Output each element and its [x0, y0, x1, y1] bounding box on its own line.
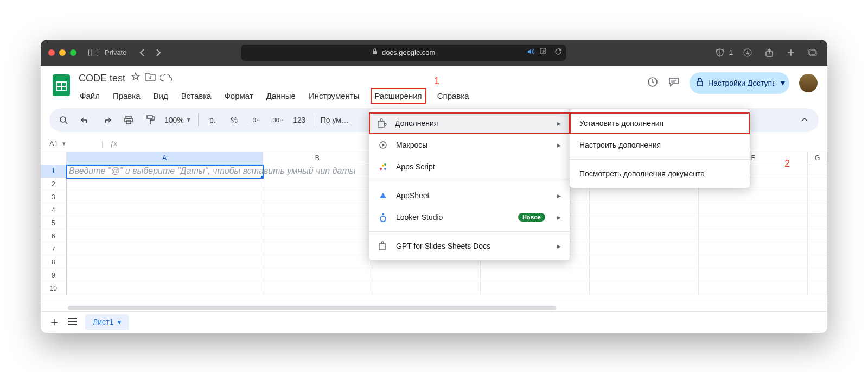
zoom-level[interactable]: 100% ▼	[164, 112, 192, 128]
ext-gpt[interactable]: GPT for Slides Sheets Docs ▸	[369, 235, 570, 257]
sidebar-toggle-icon[interactable]	[86, 46, 100, 60]
name-box[interactable]: A1 ▼	[49, 140, 101, 148]
cell-A8[interactable]	[67, 256, 263, 269]
cell-G1[interactable]	[808, 165, 827, 178]
cell-B4[interactable]	[263, 204, 372, 217]
menu-view[interactable]: Вид	[152, 89, 169, 103]
cell-B10[interactable]	[263, 282, 372, 295]
cell-G10[interactable]	[808, 282, 827, 295]
col-header-B[interactable]: B	[263, 152, 372, 165]
cell-B7[interactable]	[263, 243, 372, 256]
cell-G3[interactable]	[808, 191, 827, 204]
search-menu-icon[interactable]	[56, 112, 71, 128]
share-browser-icon[interactable]	[762, 46, 776, 60]
cell-A7[interactable]	[67, 243, 263, 256]
ext-macros[interactable]: Макросы ▸	[369, 134, 570, 156]
cell-B2[interactable]	[263, 178, 372, 191]
row-header-2[interactable]: 2	[41, 178, 67, 191]
cell-C9[interactable]	[372, 269, 481, 282]
ext-appsheet[interactable]: AppSheet ▸	[369, 185, 570, 206]
cell-G5[interactable]	[808, 217, 827, 230]
menu-insert[interactable]: Вставка	[180, 89, 213, 103]
cell-E5[interactable]	[590, 217, 699, 230]
cell-C10[interactable]	[372, 282, 481, 295]
cell-E6[interactable]	[590, 230, 699, 243]
cell-B1[interactable]	[263, 165, 372, 178]
history-icon[interactable]	[646, 76, 658, 90]
cell-A4[interactable]	[67, 204, 263, 217]
horizontal-scrollbar[interactable]	[41, 304, 827, 311]
url-bar[interactable]: docs.google.com あ	[241, 45, 566, 61]
comments-icon[interactable]	[668, 76, 680, 90]
row-header-10[interactable]: 10	[41, 282, 67, 295]
cell-E8[interactable]	[590, 256, 699, 269]
maximize-icon[interactable]	[70, 49, 76, 56]
sound-icon[interactable]	[527, 48, 535, 56]
cell-B9[interactable]	[263, 269, 372, 282]
col-header-A[interactable]: A	[67, 152, 263, 165]
cell-B6[interactable]	[263, 230, 372, 243]
translate-icon[interactable]: あ	[540, 48, 549, 56]
avatar[interactable]	[799, 74, 818, 92]
cell-E7[interactable]	[590, 243, 699, 256]
cell-F3[interactable]	[699, 191, 808, 204]
nav-back-icon[interactable]	[135, 46, 149, 60]
cell-A9[interactable]	[67, 269, 263, 282]
cell-A5[interactable]	[67, 217, 263, 230]
cell-F4[interactable]	[699, 204, 808, 217]
cell-F10[interactable]	[699, 282, 808, 295]
cloud-status-icon[interactable]	[160, 73, 172, 84]
cell-F6[interactable]	[699, 230, 808, 243]
cell-G8[interactable]	[808, 256, 827, 269]
cell-A10[interactable]	[67, 282, 263, 295]
menu-data[interactable]: Данные	[265, 89, 297, 103]
cell-G9[interactable]	[808, 269, 827, 282]
cell-B5[interactable]	[263, 217, 372, 230]
row-header-9[interactable]: 9	[41, 269, 67, 282]
shield-icon[interactable]	[713, 46, 727, 60]
new-tab-icon[interactable]	[784, 46, 798, 60]
row-header-8[interactable]: 8	[41, 256, 67, 269]
cell-E9[interactable]	[590, 269, 699, 282]
cell-B8[interactable]	[263, 256, 372, 269]
cell-A1[interactable]	[67, 165, 263, 178]
sub-view-doc-addons[interactable]: Посмотреть дополнения документа	[570, 163, 750, 185]
cell-A3[interactable]	[67, 191, 263, 204]
menu-extensions[interactable]: Расширения	[372, 89, 425, 103]
reload-icon[interactable]	[554, 48, 562, 57]
doc-title[interactable]: CODE test	[79, 73, 125, 84]
sub-manage-addons[interactable]: Настроить дополнения	[570, 134, 750, 156]
menu-format[interactable]: Формат	[223, 89, 254, 103]
minimize-icon[interactable]	[59, 49, 66, 56]
increase-decimal[interactable]: .00→	[270, 112, 285, 128]
tabs-overview-icon[interactable]	[806, 46, 820, 60]
paint-format-icon[interactable]	[143, 112, 158, 128]
move-icon[interactable]	[145, 73, 156, 84]
percent-format[interactable]: %	[227, 112, 242, 128]
cell-F8[interactable]	[699, 256, 808, 269]
sheet-tab-1[interactable]: Лист1 ▼	[85, 314, 129, 330]
font-family[interactable]: По ум…	[321, 112, 349, 128]
row-header-3[interactable]: 3	[41, 191, 67, 204]
nav-forward-icon[interactable]	[151, 46, 165, 60]
row-header-1[interactable]: 1	[41, 165, 67, 178]
cell-D10[interactable]	[481, 282, 590, 295]
cell-D9[interactable]	[481, 269, 590, 282]
ext-apps-script[interactable]: Apps Script	[369, 156, 570, 178]
print-icon[interactable]	[121, 112, 136, 128]
row-header-4[interactable]: 4	[41, 204, 67, 217]
row-header-5[interactable]: 5	[41, 217, 67, 230]
row-header-7[interactable]: 7	[41, 243, 67, 256]
collapse-toolbar-icon[interactable]	[797, 112, 812, 128]
menu-file[interactable]: Файл	[79, 89, 101, 103]
row-header-6[interactable]: 6	[41, 230, 67, 243]
menu-help[interactable]: Справка	[436, 89, 470, 103]
share-button[interactable]: Настройки Доступа	[690, 72, 783, 94]
cell-E4[interactable]	[590, 204, 699, 217]
menu-tools[interactable]: Инструменты	[308, 89, 361, 103]
downloads-icon[interactable]	[741, 46, 755, 60]
cell-F5[interactable]	[699, 217, 808, 230]
ext-looker[interactable]: Looker Studio Новое ▸	[369, 206, 570, 228]
decrease-decimal[interactable]: .0←	[248, 112, 264, 128]
cell-A2[interactable]	[67, 178, 263, 191]
